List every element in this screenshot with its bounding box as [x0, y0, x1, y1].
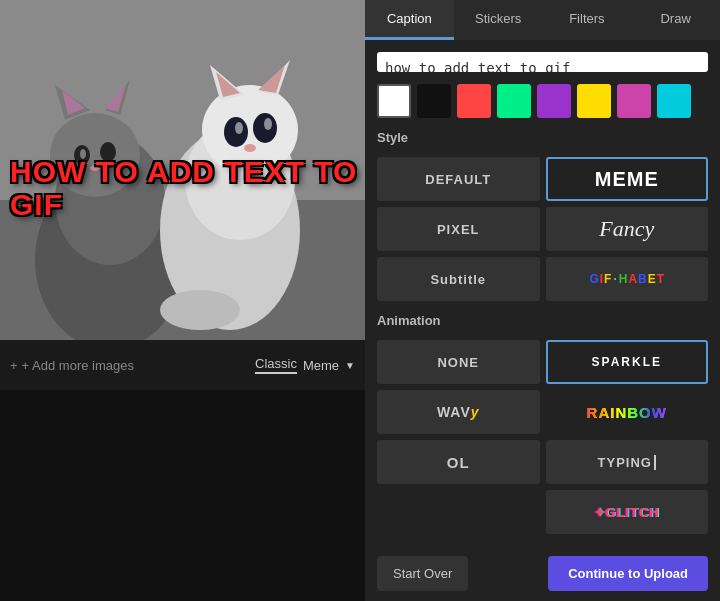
style-meme-label[interactable]: Meme — [303, 358, 339, 373]
animation-grid: NONE SPARKLE WAVy RAINBOW OL TYPING ✦GLI… — [377, 340, 708, 534]
style-subtitle-btn[interactable]: Subtitle — [377, 257, 540, 301]
alpha-sep: · — [613, 272, 616, 286]
alphabet-display: G I F · H A B E T — [589, 272, 664, 286]
wavy-label: WAVy — [437, 404, 480, 420]
color-swatches — [377, 84, 708, 118]
anim-sparkle-btn[interactable]: SPARKLE — [546, 340, 709, 384]
style-pixel-btn[interactable]: PIXEL — [377, 207, 540, 251]
style-alphabet-btn[interactable]: G I F · H A B E T — [546, 257, 709, 301]
color-pink[interactable] — [617, 84, 651, 118]
bottom-buttons: Start Over Continue to Upload — [365, 546, 720, 601]
tab-stickers[interactable]: Stickers — [454, 0, 543, 40]
color-green[interactable] — [497, 84, 531, 118]
right-panel: Caption Stickers Filters Draw how to add… — [365, 0, 720, 601]
alpha-t: T — [657, 272, 664, 286]
style-grid: DEFAULT MEME PIXEL Fancy Subtitle G I F … — [377, 157, 708, 301]
style-meme-btn[interactable]: MEME — [546, 157, 709, 201]
svg-point-24 — [244, 144, 256, 152]
style-default-btn[interactable]: DEFAULT — [377, 157, 540, 201]
style-classic-label[interactable]: Classic — [255, 356, 297, 374]
continue-upload-button[interactable]: Continue to Upload — [548, 556, 708, 591]
anim-rainbow-btn[interactable]: RAINBOW — [546, 390, 709, 434]
alpha-i: I — [600, 272, 603, 286]
gif-preview: HOW TO ADD TEXT TO GIF — [0, 0, 365, 340]
start-over-button[interactable]: Start Over — [377, 556, 468, 591]
add-more-images[interactable]: + + Add more images — [10, 358, 134, 373]
anim-none-btn[interactable]: NONE — [377, 340, 540, 384]
alpha-g: G — [589, 272, 598, 286]
alpha-a: A — [628, 272, 637, 286]
alpha-h: H — [619, 272, 628, 286]
caption-text-input[interactable]: how to add text to gif — [377, 52, 708, 72]
add-more-label: + Add more images — [22, 358, 134, 373]
color-purple[interactable] — [537, 84, 571, 118]
color-black[interactable] — [417, 84, 451, 118]
color-red[interactable] — [457, 84, 491, 118]
anim-ol-btn[interactable]: OL — [377, 440, 540, 484]
plus-icon: + — [10, 358, 18, 373]
svg-point-21 — [253, 113, 277, 143]
anim-wavy-btn[interactable]: WAVy — [377, 390, 540, 434]
svg-point-25 — [160, 290, 240, 330]
dropdown-arrow-icon[interactable]: ▼ — [345, 360, 355, 371]
panel-content: how to add text to gif Style DEFAULT MEM… — [365, 40, 720, 546]
tab-filters[interactable]: Filters — [543, 0, 632, 40]
tab-draw[interactable]: Draw — [631, 0, 720, 40]
style-section-label: Style — [377, 130, 708, 145]
rainbow-label: RAINBOW — [587, 404, 667, 421]
svg-point-22 — [235, 122, 243, 134]
glitch-label: ✦GLITCH — [594, 505, 660, 520]
style-fancy-btn[interactable]: Fancy — [546, 207, 709, 251]
style-selector[interactable]: Classic Meme ▼ — [255, 356, 355, 374]
svg-point-23 — [264, 118, 272, 130]
left-panel: HOW TO ADD TEXT TO GIF + + Add more imag… — [0, 0, 365, 601]
alpha-f: F — [604, 272, 611, 286]
anim-typing-btn[interactable]: TYPING — [546, 440, 709, 484]
color-cyan[interactable] — [657, 84, 691, 118]
typing-label: TYPING — [598, 455, 656, 470]
color-white[interactable] — [377, 84, 411, 118]
color-yellow[interactable] — [577, 84, 611, 118]
tab-caption[interactable]: Caption — [365, 0, 454, 40]
alpha-e: E — [648, 272, 656, 286]
anim-glitch-btn[interactable]: ✦GLITCH — [546, 490, 709, 534]
bottom-bar: + + Add more images Classic Meme ▼ — [0, 340, 365, 390]
tabs-container: Caption Stickers Filters Draw — [365, 0, 720, 40]
empty-space — [0, 390, 365, 601]
alpha-b: B — [638, 272, 647, 286]
gif-overlay-text: HOW TO ADD TEXT TO GIF — [10, 155, 365, 221]
animation-section-label: Animation — [377, 313, 708, 328]
svg-point-20 — [224, 117, 248, 147]
